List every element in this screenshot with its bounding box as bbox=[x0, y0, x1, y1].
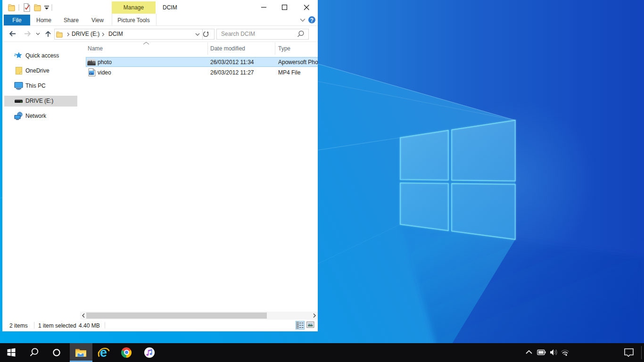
svg-text:e: e bbox=[100, 346, 107, 359]
svg-text:?: ? bbox=[310, 17, 314, 24]
